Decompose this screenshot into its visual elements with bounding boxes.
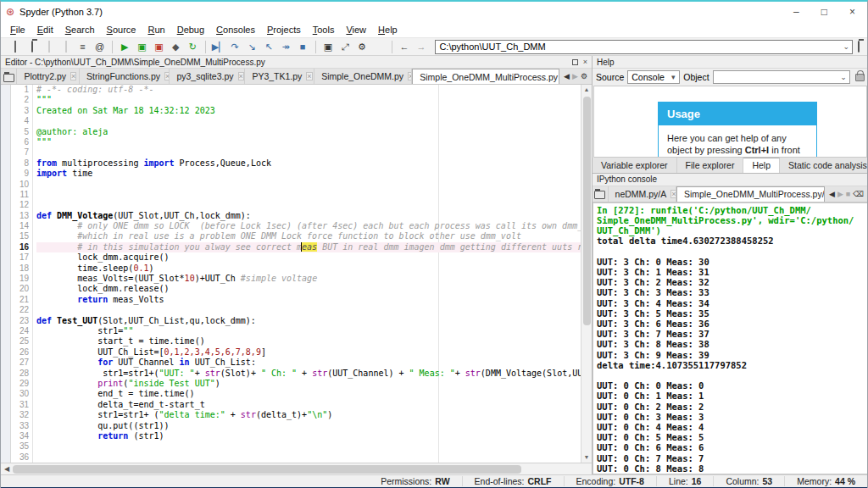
tabs-scroll-left-icon[interactable]: ◀ (829, 190, 835, 198)
menu-source[interactable]: Source (101, 23, 142, 36)
code-line (36, 147, 581, 158)
tabs-scroll-right-icon[interactable]: ▶ (572, 72, 578, 80)
panel-tab-static-code-analysis[interactable]: Static code analysis (780, 158, 868, 173)
tab-plottry2-py[interactable]: Plottry2.py× (17, 69, 80, 84)
panel-tab-variable-explorer[interactable]: Variable explorer (593, 158, 677, 173)
run-icon[interactable]: ▶ (119, 41, 131, 53)
tab-simple-onedmm-multiprocess-py[interactable]: Simple_OneDMM_MultiProcess.py× (412, 69, 559, 84)
close-pane-icon[interactable]: × (583, 58, 587, 66)
object-combobox[interactable]: ⌄ (713, 70, 850, 84)
step-return-icon[interactable]: ↖ (263, 41, 275, 53)
console-output[interactable]: In [272]: runfile('C:/python/UUT_Ch_DMM/… (593, 202, 868, 474)
scrollbar-thumb[interactable] (583, 97, 591, 325)
tab-close-icon[interactable]: × (70, 72, 76, 80)
tab-close-icon[interactable]: × (670, 190, 676, 198)
tools-wrench-icon[interactable]: ⚙ (356, 41, 369, 53)
tab-stringfunctions-py[interactable]: StringFunctions.py× (80, 69, 170, 84)
close-button[interactable]: × (849, 6, 855, 18)
editor-pane-title: Editor - C:\python\UUT_Ch_DMM\Simple_One… (5, 58, 265, 67)
back-arrow-icon[interactable]: ← (398, 41, 410, 53)
debug-file-icon[interactable]: ▶▏ (212, 41, 225, 53)
console-line: delta time:4.107355117797852 (597, 360, 867, 370)
tab-close-icon[interactable]: × (306, 72, 312, 80)
tabs-scroll-right-icon[interactable]: ▶ (837, 190, 843, 198)
menu-view[interactable]: View (340, 23, 372, 36)
browse-tabs-icon[interactable] (593, 186, 609, 202)
code-line: from multiprocessing import Process,Queu… (36, 158, 581, 169)
tab-py3-sqlite3-py[interactable]: py3_sqlite3.py× (170, 69, 245, 84)
hscrollbar-thumb[interactable] (13, 465, 521, 474)
tabs-scroll-left-icon[interactable]: ◀ (564, 72, 570, 80)
code-line: str1="" (36, 326, 581, 336)
line-number: 23 (11, 316, 29, 326)
code-line: qu.put((str1)) (36, 421, 581, 431)
console-line: UUT: 3 Ch: 2 Meas: 32 (597, 277, 867, 287)
status-value: 53 (763, 476, 773, 486)
editor-horizontal-scrollbar[interactable]: ◀ (1, 463, 592, 474)
lock-icon[interactable] (855, 74, 865, 81)
menu-consoles[interactable]: Consoles (210, 23, 261, 36)
tab-simple-onedmm-multiprocess-py-a[interactable]: Simple_OneDMM_MultiProcess.py/A× (676, 186, 825, 202)
menu-projects[interactable]: Projects (261, 23, 307, 36)
working-directory-input[interactable] (436, 42, 840, 52)
tab-py3-tk1-py[interactable]: PY3_TK1.py× (245, 69, 314, 84)
interrupt-kernel-icon[interactable]: ■ (846, 190, 850, 198)
run-selection-icon[interactable]: ◆ (170, 41, 182, 53)
line-number: 11 (11, 190, 29, 200)
new-file-icon[interactable] (8, 41, 21, 53)
help-content: Usage Here you can get help of any objec… (593, 86, 867, 158)
browse-directory-icon[interactable] (853, 41, 864, 53)
maximize-button[interactable]: □ (821, 6, 827, 18)
working-directory-combobox[interactable]: ⌄ (435, 40, 853, 54)
line-number: 30 (11, 389, 29, 399)
tab-options-gear-icon[interactable]: ⚙ (581, 72, 587, 80)
scroll-left-icon[interactable]: ◀ (1, 465, 13, 473)
tab-simple-onedmm-py[interactable]: Simple_OneDMM.py× (314, 69, 412, 84)
chevron-down-icon[interactable]: ⌄ (840, 42, 852, 51)
editor-vertical-scrollbar[interactable]: ▲ ▼ (581, 85, 592, 463)
menu-help[interactable]: Help (372, 23, 403, 36)
minimize-button[interactable]: – (793, 6, 799, 18)
maximize-pane-icon[interactable]: ▣ (322, 41, 335, 53)
menu-edit[interactable]: Edit (31, 23, 59, 36)
remove-variables-icon[interactable]: ⌫ (853, 190, 864, 198)
status-line: Line:16 (657, 476, 714, 486)
panel-tab-file-explorer[interactable]: File explorer (677, 158, 744, 173)
undock-pane-icon[interactable] (572, 59, 578, 65)
debug-continue-icon[interactable]: ↠ (280, 41, 292, 53)
source-combobox[interactable]: Console ▾ (627, 70, 680, 84)
tab-close-icon[interactable]: × (238, 72, 244, 80)
debug-stop-icon[interactable]: ■ (297, 41, 309, 53)
line-number: 26 (11, 347, 29, 358)
scroll-down-icon[interactable]: ▼ (584, 452, 590, 463)
fullscreen-icon[interactable]: ⤢ (339, 41, 352, 53)
forward-arrow-icon[interactable]: → (415, 41, 427, 53)
menu-debug[interactable]: Debug (171, 23, 210, 36)
menu-tools[interactable]: Tools (307, 23, 341, 36)
step-over-icon[interactable]: ↷ (229, 41, 242, 53)
run-cell-advance-icon[interactable]: ▣ (153, 41, 165, 53)
browse-tabs-icon[interactable] (1, 69, 17, 84)
rerun-icon[interactable]: ↻ (186, 41, 199, 53)
console-line: Simple_OneDMM_MultiProcess.py', wdir='C:… (597, 215, 867, 225)
menu-file[interactable]: File (4, 23, 31, 36)
open-file-icon[interactable] (25, 41, 38, 53)
python-path-icon[interactable] (373, 41, 386, 53)
line-number: 6 (11, 137, 29, 147)
file-switcher-icon[interactable]: ≡ (76, 41, 89, 53)
code-area[interactable]: # -*- coding: utf-8 -*-"""Created on Sat… (33, 85, 581, 463)
code-line: UUT_Ch_List=[0,1,2,3,4,5,6,7,8,9] (36, 347, 581, 358)
run-cell-icon[interactable]: ▣ (136, 41, 148, 53)
menu-search[interactable]: Search (59, 23, 101, 36)
symbol-finder-icon[interactable]: @ (93, 41, 106, 53)
tab-nedmm-py-a[interactable]: neDMM.py/A× (609, 186, 676, 202)
line-number: 7 (11, 147, 29, 158)
panel-tab-help[interactable]: Help (743, 158, 780, 173)
line-number: 3 (11, 106, 29, 116)
code-line: time.sleep(0.1) (36, 263, 581, 274)
scroll-up-icon[interactable]: ▲ (584, 85, 590, 95)
save-all-icon[interactable] (59, 41, 72, 53)
save-icon[interactable] (42, 41, 55, 53)
menu-run[interactable]: Run (142, 23, 170, 36)
step-into-icon[interactable]: ↘ (246, 41, 259, 53)
